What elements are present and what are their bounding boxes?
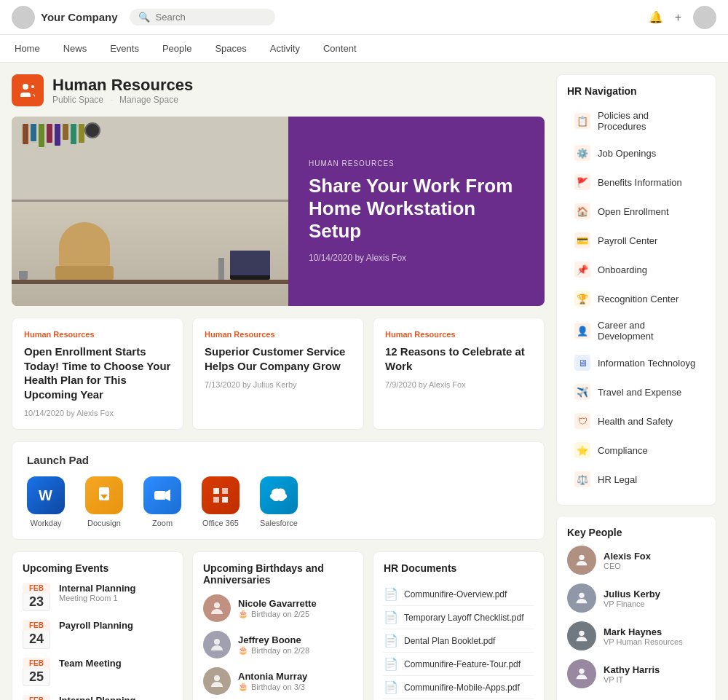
birthday-avatar-1 [203, 631, 231, 658]
hr-nav-health[interactable]: 🛡 Health and Safety [567, 407, 705, 435]
nav-spaces[interactable]: Spaces [212, 43, 249, 54]
workday-label: Workday [30, 519, 61, 527]
nav-news[interactable]: News [60, 43, 90, 54]
doc-name-2: Dental Plan Booklet.pdf [404, 636, 495, 646]
space-title: Human Resources [52, 76, 193, 95]
hr-nav-enrollment[interactable]: 🏠 Open Enrollment [567, 197, 705, 225]
event-3[interactable]: FEB 25 Internal Planning Meeting Room 1 [23, 695, 173, 700]
upcoming-events-section: Upcoming Events FEB 23 Internal Planning… [12, 551, 183, 700]
company-avatar [12, 6, 35, 29]
top-nav-right: 🔔 + [649, 6, 716, 29]
person-0[interactable]: Alexis Fox CEO [567, 546, 705, 575]
hr-nav-benefits[interactable]: 🚩 Benefits Information [567, 168, 705, 196]
person-1[interactable]: Julius Kerby VP Finance [567, 583, 705, 613]
lp-office365[interactable]: Office 365 [202, 476, 240, 527]
birthday-info-2: Antonia Murray 🎂 Birthday on 3/3 [238, 671, 307, 691]
event-0[interactable]: FEB 23 Internal Planning Meeting Room 1 [23, 583, 173, 611]
doc-1[interactable]: 📄 Temporary Layoff Checklist.pdf [384, 606, 534, 629]
lp-zoom[interactable]: Zoom [143, 476, 181, 527]
hr-nav-onboarding[interactable]: 📌 Onboarding [567, 256, 705, 283]
person-3[interactable]: Kathy Harris VP IT [567, 659, 705, 688]
hr-nav-it[interactable]: 🖥 Information Technoloyg [567, 349, 705, 377]
event-date-1: FEB 24 [23, 620, 50, 648]
hr-nav-travel[interactable]: ✈️ Travel and Expense [567, 378, 705, 406]
payroll-icon: 💳 [574, 232, 590, 248]
person-info-1: Julius Kerby VP Finance [604, 589, 660, 608]
hero-title: Share Your Work From Home Workstation Se… [309, 175, 524, 243]
hr-nav-label-12: HR Legal [598, 474, 637, 485]
bell-icon[interactable]: 🔔 [649, 10, 663, 24]
space-header: Human Resources Public Space · Manage Sp… [12, 74, 545, 106]
nav-content[interactable]: Content [320, 43, 360, 54]
doc-0[interactable]: 📄 Communifire-Overview.pdf [384, 583, 534, 606]
space-title-group: Human Resources Public Space · Manage Sp… [52, 76, 193, 105]
svg-rect-8 [222, 488, 228, 494]
svg-point-11 [214, 602, 220, 608]
hr-nav-payroll[interactable]: 💳 Payroll Center [567, 227, 705, 254]
birthday-0[interactable]: Nicole Gavarrette 🎂 Birthday on 2/25 [203, 594, 353, 622]
birthday-date-1: 🎂 Birthday on 2/28 [238, 645, 309, 655]
hr-nav-recognition[interactable]: 🏆 Recognition Center [567, 285, 705, 312]
company-logo[interactable]: Your Company [12, 6, 118, 29]
birthday-info-1: Jeffrey Boone 🎂 Birthday on 2/28 [238, 634, 309, 655]
hr-nav-jobs[interactable]: ⚙️ Job Openings [567, 139, 705, 167]
space-manage[interactable]: Manage Space [119, 95, 178, 105]
lp-workday[interactable]: W Workday [27, 476, 65, 527]
birthdays-title: Upcoming Birthdays and Anniversaries [203, 562, 353, 586]
news-card-1[interactable]: Human Resources Superior Customer Servic… [192, 318, 364, 430]
zoom-icon [143, 476, 181, 514]
search-input[interactable] [156, 12, 258, 23]
lp-docusign[interactable]: Docusign [85, 476, 123, 527]
card-title-1: Superior Customer Service Helps Our Comp… [205, 345, 352, 373]
key-people-title: Key People [567, 527, 705, 538]
hr-nav-legal[interactable]: ⚖️ HR Legal [567, 465, 705, 493]
news-card-2[interactable]: Human Resources 12 Reasons to Celebrate … [373, 318, 545, 430]
nav-events[interactable]: Events [107, 43, 142, 54]
hr-nav-career[interactable]: 👤 Career and Development [567, 314, 705, 347]
doc-name-0: Communifire-Overview.pdf [404, 589, 507, 599]
user-avatar[interactable] [693, 6, 716, 29]
hr-navigation-card: HR Navigation 📋 Policies and Procedures … [556, 74, 716, 506]
card-category-1: Human Resources [205, 330, 352, 339]
doc-4[interactable]: 📄 Communifire-Mobile-Apps.pdf [384, 676, 534, 699]
nav-home[interactable]: Home [12, 43, 43, 54]
svg-text:W: W [39, 487, 52, 503]
hr-nav-policies[interactable]: 📋 Policies and Procedures [567, 104, 705, 138]
card-category-0: Human Resources [24, 330, 171, 339]
card-meta-2: 7/9/2020 by Alexis Fox [385, 380, 532, 389]
birthday-2[interactable]: Antonia Murray 🎂 Birthday on 3/3 [203, 667, 353, 695]
doc-name-1: Temporary Layoff Checklist.pdf [404, 613, 524, 623]
birthday-1[interactable]: Jeffrey Boone 🎂 Birthday on 2/28 [203, 631, 353, 658]
svg-rect-7 [213, 488, 219, 494]
hero-section[interactable]: HUMAN RESOURCES Share Your Work From Hom… [12, 117, 545, 306]
svg-point-13 [214, 675, 220, 681]
hr-nav-label-8: Information Technoloyg [598, 358, 695, 369]
space-public[interactable]: Public Space [52, 95, 103, 105]
hr-docs-section: HR Documents 📄 Communifire-Overview.pdf … [373, 551, 545, 700]
benefits-icon: 🚩 [574, 174, 590, 190]
pdf-icon-4: 📄 [384, 680, 398, 694]
nav-activity[interactable]: Activity [267, 43, 303, 54]
doc-3[interactable]: 📄 Communifire-Feature-Tour.pdf [384, 653, 534, 676]
hr-nav-compliance[interactable]: ⭐ Compliance [567, 436, 705, 464]
office-chair [52, 222, 117, 295]
compliance-icon: ⭐ [574, 442, 590, 458]
office-books [23, 124, 84, 146]
plus-icon[interactable]: + [675, 11, 681, 24]
office-image [12, 117, 288, 306]
nav-people[interactable]: People [159, 43, 194, 54]
hero-purple: HUMAN RESOURCES Share Your Work From Hom… [288, 117, 545, 306]
person-2[interactable]: Mark Haynes VP Human Resources [567, 621, 705, 650]
news-card-0[interactable]: Human Resources Open Enrollment Starts T… [12, 318, 183, 430]
card-title-2: 12 Reasons to Celebrate at Work [385, 345, 532, 373]
event-2[interactable]: FEB 25 Team Meeting [23, 658, 173, 686]
event-1[interactable]: FEB 24 Payroll Planning [23, 620, 173, 648]
doc-2[interactable]: 📄 Dental Plan Booklet.pdf [384, 629, 534, 653]
search-box[interactable]: 🔍 [130, 9, 275, 25]
person-info-2: Mark Haynes VP Human Resources [604, 626, 683, 646]
launchpad-title: Launch Pad [27, 454, 529, 466]
key-people-card: Key People Alexis Fox CEO Julius Kerby V… [556, 516, 716, 700]
pdf-icon-3: 📄 [384, 657, 398, 671]
lp-salesforce[interactable]: Salesforce [260, 476, 298, 527]
main-nav: Home News Events People Spaces Activity … [0, 35, 728, 63]
